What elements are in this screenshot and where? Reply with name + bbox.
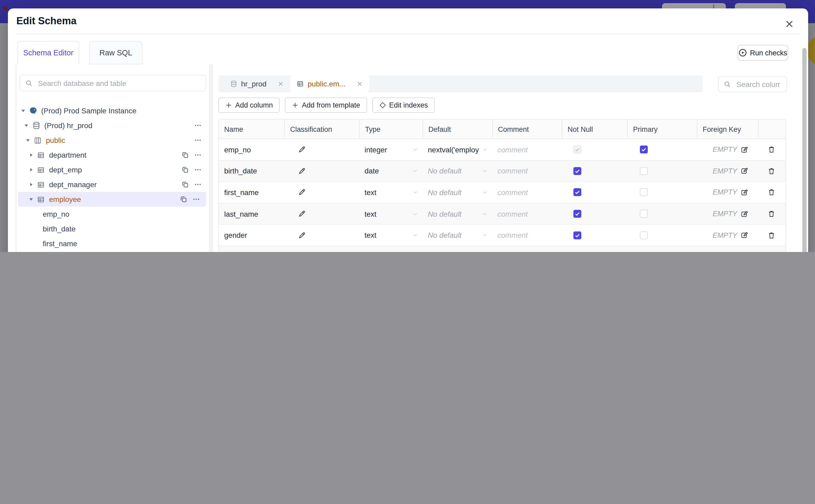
primary-checkbox[interactable] (627, 246, 697, 252)
default-select[interactable]: nextval('employ (423, 139, 492, 160)
close-icon[interactable] (278, 81, 284, 87)
delete-column-button[interactable] (758, 246, 784, 252)
comment-input[interactable]: comment (492, 139, 562, 160)
edit-schema-dialog: Edit Schema Schema Editor Raw SQL Run ch… (8, 8, 808, 252)
tree-item-table-department[interactable]: department (16, 148, 208, 162)
delete-column-button[interactable] (758, 182, 784, 203)
comment-input[interactable]: comment (492, 246, 562, 252)
tree-item-column-first-name[interactable]: first_name (16, 236, 208, 251)
primary-checkbox[interactable] (627, 182, 697, 203)
more-icon[interactable] (194, 137, 201, 144)
caret-down-icon[interactable] (25, 138, 31, 143)
tab-public-employee[interactable]: public.em... (290, 75, 369, 92)
more-icon[interactable] (194, 166, 201, 173)
column-name[interactable]: gender (219, 225, 284, 246)
edit-icon[interactable] (740, 231, 748, 239)
classification-edit-button[interactable] (284, 203, 359, 224)
copy-icon[interactable] (180, 196, 187, 203)
comment-input[interactable]: comment (492, 203, 562, 224)
caret-right-icon[interactable] (28, 182, 34, 187)
tree-item-schema-public[interactable]: public (16, 133, 208, 148)
modal-scrollbar[interactable] (802, 48, 807, 252)
caret-down-icon[interactable] (28, 197, 34, 202)
tree-item-column-last-name[interactable]: last_name (16, 251, 208, 252)
copy-icon[interactable] (181, 181, 189, 188)
tree-item-table-employee[interactable]: employee (18, 192, 206, 207)
primary-checkbox[interactable] (627, 203, 697, 224)
type-select[interactable]: text (359, 225, 423, 246)
caret-down-icon[interactable] (20, 108, 26, 113)
tree-item-column-emp-no[interactable]: emp_no (16, 207, 208, 221)
caret-right-icon[interactable] (28, 152, 34, 158)
not-null-checkbox[interactable] (562, 225, 627, 246)
type-select[interactable]: text (359, 182, 423, 203)
edit-indexes-button[interactable]: Edit indexes (372, 98, 435, 113)
table-icon (297, 80, 304, 88)
default-select[interactable]: No default (423, 161, 492, 181)
add-column-button[interactable]: Add column (218, 98, 280, 113)
default-select[interactable]: No default (423, 182, 492, 203)
not-null-checkbox[interactable] (562, 203, 627, 224)
caret-down-icon[interactable] (23, 123, 30, 128)
close-icon[interactable] (356, 81, 363, 87)
more-icon[interactable] (192, 196, 200, 203)
classification-edit-button[interactable] (284, 246, 359, 252)
delete-column-button[interactable] (758, 161, 784, 181)
delete-column-button[interactable] (758, 139, 784, 160)
tree-item-table-dept-emp[interactable]: dept_emp (16, 162, 208, 177)
copy-icon[interactable] (181, 166, 189, 173)
comment-input[interactable]: comment (492, 161, 562, 181)
column-name[interactable]: emp_no (219, 139, 284, 160)
database-search-input[interactable] (37, 78, 200, 88)
primary-checkbox[interactable] (627, 161, 697, 181)
tab-schema-editor[interactable]: Schema Editor (17, 41, 79, 64)
type-select[interactable]: integer (359, 139, 423, 160)
edit-icon[interactable] (740, 210, 748, 217)
tree-item-column-birth-date[interactable]: birth_date (16, 221, 208, 236)
column-search-input[interactable] (735, 79, 781, 89)
default-select[interactable]: No default (423, 203, 492, 224)
not-null-checkbox[interactable] (562, 246, 627, 252)
default-select[interactable]: No default (423, 246, 492, 252)
primary-checkbox[interactable] (627, 139, 697, 160)
add-from-template-button[interactable]: Add from template (285, 98, 367, 113)
delete-column-button[interactable] (758, 225, 784, 246)
column-name[interactable]: hire_date (219, 246, 284, 252)
edit-icon[interactable] (740, 189, 748, 196)
delete-column-button[interactable] (758, 203, 784, 224)
comment-input[interactable]: comment (492, 225, 562, 246)
tree-item-table-dept-manager[interactable]: dept_manager (16, 177, 208, 192)
tree-item-instance[interactable]: (Prod) Prod Sample Instance (16, 103, 208, 118)
column-name[interactable]: birth_date (219, 161, 284, 181)
not-null-checkbox[interactable] (562, 161, 627, 181)
edit-indexes-label: Edit indexes (389, 101, 428, 109)
copy-icon[interactable] (181, 151, 189, 159)
close-icon[interactable] (783, 18, 795, 30)
run-checks-button[interactable]: Run checks (737, 45, 788, 61)
database-search[interactable] (20, 75, 206, 91)
column-name[interactable]: last_name (219, 203, 284, 224)
type-select[interactable]: date (359, 161, 423, 181)
more-icon[interactable] (194, 151, 201, 159)
more-icon[interactable] (194, 122, 201, 129)
tree-item-database[interactable]: (Prod) hr_prod (16, 118, 208, 133)
not-null-checkbox[interactable] (562, 182, 627, 203)
edit-icon[interactable] (740, 146, 748, 153)
column-search[interactable] (718, 76, 787, 92)
column-name[interactable]: first_name (219, 182, 284, 203)
classification-edit-button[interactable] (284, 182, 359, 203)
not-null-checkbox[interactable] (562, 139, 627, 160)
type-select[interactable]: date (359, 246, 423, 252)
caret-right-icon[interactable] (28, 167, 34, 172)
classification-edit-button[interactable] (284, 161, 359, 181)
edit-icon[interactable] (740, 167, 748, 175)
comment-input[interactable]: comment (492, 182, 562, 203)
default-select[interactable]: No default (423, 225, 492, 246)
type-select[interactable]: text (359, 203, 423, 224)
primary-checkbox[interactable] (627, 225, 697, 246)
tab-raw-sql[interactable]: Raw SQL (89, 41, 142, 64)
tab-hr-prod[interactable]: hr_prod (224, 75, 290, 92)
more-icon[interactable] (194, 181, 201, 188)
classification-edit-button[interactable] (284, 139, 359, 160)
classification-edit-button[interactable] (284, 225, 359, 246)
